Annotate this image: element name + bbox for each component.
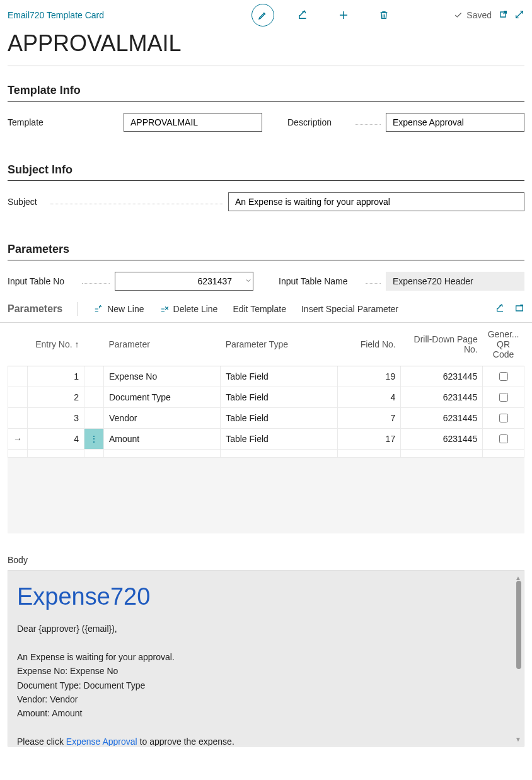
new-button[interactable]: [331, 3, 356, 28]
row-indicator: [8, 366, 28, 387]
new-line-action[interactable]: New Line: [88, 304, 149, 314]
body-line: An Expense is waiting for your approval.: [17, 650, 524, 664]
new-line-icon: [93, 305, 103, 313]
qr-checkbox[interactable]: [499, 434, 508, 443]
share-icon: [495, 303, 506, 313]
table-row[interactable]: 2Document TypeTable Field46231445: [8, 387, 524, 408]
insert-special-action[interactable]: Insert Special Parameter: [296, 304, 403, 314]
col-qr[interactable]: Gener... QR Code: [483, 323, 524, 366]
input-table-name-label: Input Table Name: [279, 276, 361, 286]
col-parameter[interactable]: Parameter: [104, 323, 221, 366]
pencil-icon: [252, 4, 274, 26]
edit-button[interactable]: [250, 3, 275, 28]
body-preview[interactable]: Expense720 Dear {approver} ({email}), An…: [8, 570, 524, 747]
popout-button[interactable]: [498, 9, 508, 21]
row-menu-button[interactable]: [84, 408, 104, 429]
delete-button[interactable]: [371, 3, 396, 28]
section-title-parameters: Parameters: [0, 243, 532, 256]
section-title-template-info: Template Info: [0, 84, 532, 97]
share-button[interactable]: [291, 3, 316, 28]
cell-drill-down[interactable]: 6231445: [401, 408, 483, 429]
table-row[interactable]: 1Expense NoTable Field196231445: [8, 366, 524, 387]
trash-icon: [379, 9, 389, 21]
template-input[interactable]: [124, 113, 262, 132]
table-row-empty[interactable]: [8, 450, 524, 458]
table-row[interactable]: →4⋮AmountTable Field176231445: [8, 429, 524, 450]
cell-parameter[interactable]: Document Type: [104, 387, 221, 408]
expand-button[interactable]: [514, 9, 524, 21]
expense-approval-link[interactable]: Expense Approval: [66, 736, 137, 747]
subgrid-title: Parameters: [8, 303, 62, 315]
delete-line-action[interactable]: Delete Line: [154, 304, 223, 314]
breadcrumb[interactable]: Email720 Template Card: [8, 10, 104, 20]
body-line: Expense No: Expense No: [17, 664, 524, 678]
subgrid-detach-button[interactable]: [514, 303, 524, 315]
description-input[interactable]: [386, 113, 524, 132]
qr-checkbox[interactable]: [499, 393, 508, 402]
cell-parameter-type[interactable]: Table Field: [221, 408, 338, 429]
cell-parameter-type[interactable]: Table Field: [221, 387, 338, 408]
cell-parameter-type[interactable]: Table Field: [221, 366, 338, 387]
description-label: Description: [287, 117, 350, 127]
cell-parameter[interactable]: Vendor: [104, 408, 221, 429]
row-indicator: →: [8, 429, 28, 450]
scroll-down-icon[interactable]: ▼: [515, 736, 521, 742]
col-field-no[interactable]: Field No.: [338, 323, 401, 366]
row-menu-button[interactable]: [84, 387, 104, 408]
cell-field-no[interactable]: 19: [338, 366, 401, 387]
cell-parameter-type[interactable]: Table Field: [221, 429, 338, 450]
cell-qr[interactable]: [483, 366, 524, 387]
row-menu-button[interactable]: ⋮: [84, 429, 104, 450]
col-parameter-type[interactable]: Parameter Type: [221, 323, 338, 366]
cell-qr[interactable]: [483, 429, 524, 450]
template-label: Template: [8, 117, 113, 127]
qr-checkbox[interactable]: [499, 414, 508, 422]
cell-entry-no[interactable]: 3: [28, 408, 84, 429]
subject-input[interactable]: [228, 192, 524, 211]
delete-line-icon: [159, 305, 170, 313]
check-icon: [454, 11, 463, 20]
cell-drill-down[interactable]: 6231445: [401, 366, 483, 387]
plus-icon: [338, 9, 349, 21]
col-entry-no[interactable]: Entry No. ↑: [28, 323, 84, 366]
edit-template-action[interactable]: Edit Template: [228, 304, 291, 314]
input-table-no-input[interactable]: [115, 272, 238, 290]
cell-drill-down[interactable]: 6231445: [401, 387, 483, 408]
input-table-name-readonly: Expense720 Header: [386, 272, 524, 291]
cell-entry-no[interactable]: 1: [28, 366, 84, 387]
body-line: Vendor: Vendor: [17, 692, 524, 706]
detach-icon: [514, 303, 524, 313]
input-table-no-select[interactable]: [115, 272, 253, 291]
section-title-subject-info: Subject Info: [0, 163, 532, 177]
scroll-thumb[interactable]: [516, 581, 521, 669]
sort-asc-icon: ↑: [75, 339, 79, 349]
cell-parameter[interactable]: Amount: [104, 429, 221, 450]
chevron-down-icon[interactable]: [238, 276, 258, 286]
cell-parameter[interactable]: Expense No: [104, 366, 221, 387]
cell-field-no[interactable]: 17: [338, 429, 401, 450]
subgrid-share-button[interactable]: [495, 303, 506, 315]
col-drill-down[interactable]: Drill-Down Page No.: [401, 323, 483, 366]
body-line: Document Type: Document Type: [17, 678, 524, 692]
cell-entry-no[interactable]: 4: [28, 429, 84, 450]
cell-qr[interactable]: [483, 387, 524, 408]
row-menu-button[interactable]: [84, 366, 104, 387]
qr-checkbox[interactable]: [499, 372, 508, 381]
scroll-up-icon[interactable]: ▲: [515, 574, 521, 581]
subject-label: Subject: [8, 197, 45, 207]
cell-qr[interactable]: [483, 408, 524, 429]
cell-drill-down[interactable]: 6231445: [401, 429, 483, 450]
row-indicator: [8, 387, 28, 408]
saved-status: Saved: [454, 10, 492, 20]
cell-entry-no[interactable]: 2: [28, 387, 84, 408]
body-label: Body: [0, 533, 532, 570]
scrollbar[interactable]: ▲ ▼: [515, 577, 521, 740]
cell-field-no[interactable]: 7: [338, 408, 401, 429]
body-preview-title: Expense720: [17, 583, 524, 610]
popout-icon: [498, 9, 508, 20]
cell-field-no[interactable]: 4: [338, 387, 401, 408]
row-indicator: [8, 408, 28, 429]
body-greeting: Dear {approver} ({email}),: [17, 622, 524, 636]
body-line: Amount: Amount: [17, 706, 524, 720]
table-row[interactable]: 3VendorTable Field76231445: [8, 408, 524, 429]
